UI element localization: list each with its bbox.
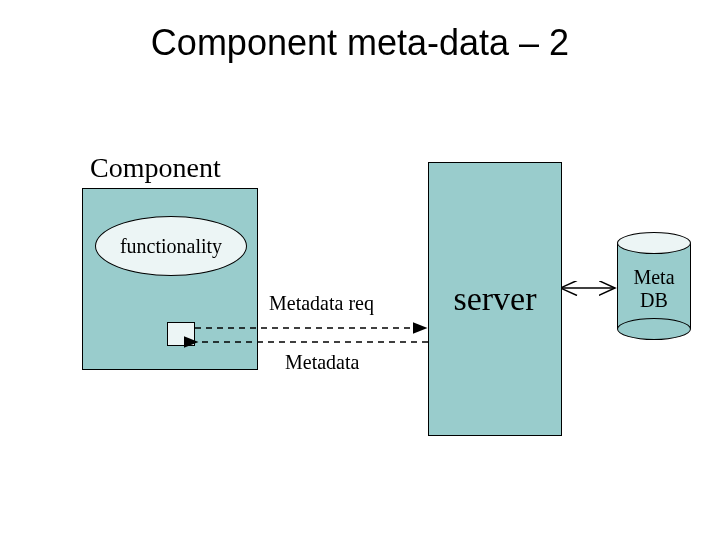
- meta-db-bottom: [617, 318, 691, 340]
- metadata-response-label: Metadata: [285, 351, 359, 374]
- meta-db-cylinder: Meta DB: [617, 232, 691, 340]
- meta-db-label-line1: Meta: [633, 266, 674, 288]
- server-label: server: [453, 280, 536, 318]
- introspection-port-box: [167, 322, 195, 346]
- metadata-request-label: Metadata req: [269, 292, 374, 315]
- server-box: server: [428, 162, 562, 436]
- slide-title: Component meta-data – 2: [0, 22, 720, 64]
- functionality-ellipse: functionality: [95, 216, 247, 276]
- meta-db-label-line2: DB: [640, 289, 668, 311]
- meta-db-top: [617, 232, 691, 254]
- component-label: Component: [90, 152, 221, 184]
- meta-db-label: Meta DB: [617, 266, 691, 312]
- functionality-label: functionality: [120, 235, 222, 258]
